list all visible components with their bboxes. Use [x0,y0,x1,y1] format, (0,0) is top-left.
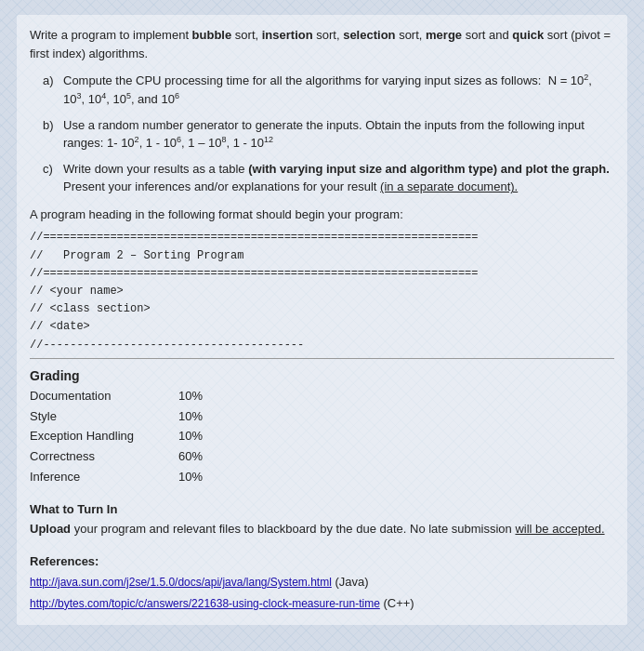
task-b: b) Use a random number generator to gene… [43,116,614,153]
task-c-bold: (with varying input size and algorithm t… [248,162,610,176]
task-list: a) Compute the CPU processing time for a… [43,72,614,196]
grading-row-correctness: Correctness 60% [30,447,614,467]
grading-row-exception: Exception Handling 10% [30,427,614,446]
grading-section: Grading Documentation 10% Style 10% Exce… [30,368,614,487]
grading-value-inference: 10% [178,468,225,487]
ref-link-1[interactable]: http://java.sun.com/j2se/1.5.0/docs/api/… [30,572,614,592]
ref-link-2-anchor[interactable]: http://bytes.com/topic/c/answers/221638-… [30,597,380,610]
grading-label-correctness: Correctness [30,447,178,467]
grading-label-style: Style [30,407,178,427]
grading-label-inference: Inference [30,468,178,487]
references-title: References: [30,551,614,572]
sort-insertion: insertion [262,28,313,42]
turn-in-text: Upload your program and relevant files t… [30,520,614,539]
sort-merge: merge [426,28,462,42]
grading-value-style: 10% [178,407,225,427]
code-line-4: // <your name> [30,283,614,300]
references-section: References: http://java.sun.com/j2se/1.5… [30,551,614,613]
task-a: a) Compute the CPU processing time for a… [43,72,614,109]
code-block: //======================================… [30,229,614,358]
turn-in-title: What to Turn In [30,500,614,520]
grading-row-inference: Inference 10% [30,468,614,487]
ref-link-2[interactable]: http://bytes.com/topic/c/answers/221638-… [30,593,614,614]
grading-value-exception: 10% [178,427,225,446]
code-line-6: // <date> [30,318,614,336]
task-b-label: b) [43,116,63,153]
sort-quick: quick [512,28,544,42]
code-line-7: //--------------------------------------… [30,337,614,354]
grading-row-style: Style 10% [30,407,614,427]
ref-link-1-suffix: (Java) [332,575,369,589]
intro-paragraph: Write a program to implement bubble sort… [30,26,614,62]
task-a-content: Compute the CPU processing time for all … [63,72,614,109]
grading-title: Grading [30,368,614,383]
grading-value-documentation: 10% [178,387,225,406]
task-b-content: Use a random number generator to generat… [63,116,614,153]
ref-link-1-anchor[interactable]: http://java.sun.com/j2se/1.5.0/docs/api/… [30,576,332,589]
ref-link-2-suffix: (C++) [380,596,414,610]
format-intro: A program heading in the following forma… [30,206,614,224]
code-line-1: //======================================… [30,229,614,246]
task-c-content: Write down your results as a table (with… [63,160,614,196]
task-c-underline: (in a separate document). [380,179,518,193]
task-c-label: c) [43,160,63,196]
grading-row-documentation: Documentation 10% [30,387,614,406]
code-line-2: // Program 2 – Sorting Program [30,247,614,265]
grading-value-correctness: 60% [178,447,225,467]
grading-label-exception: Exception Handling [30,427,178,446]
upload-bold: Upload [30,522,71,536]
task-c: c) Write down your results as a table (w… [43,160,614,196]
sort-selection: selection [343,28,395,42]
code-line-5: // <class section> [30,300,614,318]
main-content: Write a program to implement bubble sort… [17,15,627,625]
code-line-3: //======================================… [30,265,614,283]
grading-label-documentation: Documentation [30,387,178,406]
turn-in-section: What to Turn In Upload your program and … [30,500,614,539]
sort-bubble: bubble [192,28,232,42]
task-a-label: a) [43,72,63,109]
turn-in-underline: will be accepted. [515,522,604,536]
